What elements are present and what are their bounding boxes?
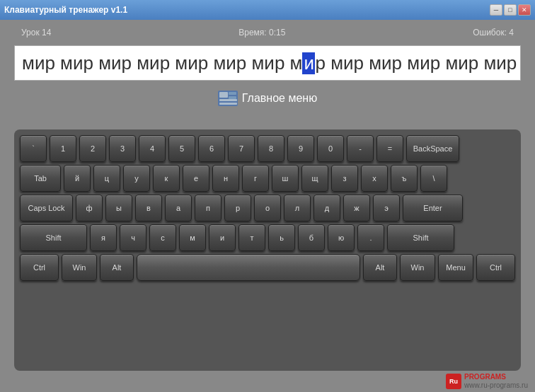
key-kh[interactable]: х xyxy=(361,165,388,192)
key-e[interactable]: э xyxy=(373,195,400,221)
key-win-left[interactable]: Win xyxy=(62,254,97,281)
main-menu-button[interactable]: Главное меню xyxy=(218,91,317,106)
key-row-2: Tab й ц у к е н г ш щ з х ъ \ xyxy=(20,165,515,192)
main-window: Урок 14 Время: 0:15 Ошибок: 4 мир мир ми… xyxy=(0,20,535,392)
key-o[interactable]: о xyxy=(254,195,281,221)
main-menu-label: Главное меню xyxy=(242,92,317,105)
minimize-button[interactable]: ─ xyxy=(490,4,502,16)
key-1[interactable]: 1 xyxy=(50,135,76,162)
key-9[interactable]: 9 xyxy=(287,135,314,162)
key-4[interactable]: 4 xyxy=(139,135,166,162)
key-6[interactable]: 6 xyxy=(198,135,225,162)
programs-text: PROGRAMS www.ru-programs.ru xyxy=(464,373,528,390)
key-row-3: Caps Lock ф ы в а п р о л д ж э Enter xyxy=(20,195,515,221)
svg-rect-2 xyxy=(229,92,236,95)
key-tab[interactable]: Tab xyxy=(20,165,61,192)
title-bar: Клавиатурный тренажер v1.1 ─ □ ✕ xyxy=(0,0,535,20)
key-u[interactable]: у xyxy=(123,165,150,192)
key-l[interactable]: л xyxy=(284,195,311,221)
key-3[interactable]: 3 xyxy=(109,135,136,162)
key-f[interactable]: ф xyxy=(76,195,103,221)
cursor-char: и xyxy=(302,52,315,74)
errors-label: Ошибок: 4 xyxy=(473,28,514,38)
programs-name: PROGRAMS xyxy=(464,373,528,381)
programs-logo: Ru xyxy=(446,374,461,389)
key-win-right[interactable]: Win xyxy=(400,254,435,281)
key-alt-left[interactable]: Alt xyxy=(100,254,134,281)
key-row-5: Ctrl Win Alt Alt Win Menu Ctrl xyxy=(20,254,515,281)
key-k[interactable]: к xyxy=(153,165,180,192)
programs-badge: Ru PROGRAMS www.ru-programs.ru xyxy=(446,373,528,390)
key-v[interactable]: в xyxy=(135,195,162,221)
key-j[interactable]: й xyxy=(64,165,91,192)
main-menu-area: Главное меню xyxy=(0,91,535,106)
key-dot[interactable]: . xyxy=(357,224,384,251)
key-space[interactable] xyxy=(137,254,360,281)
remaining-text: р мир мир мир мир мир мир мир мир xyxy=(315,52,521,74)
key-s[interactable]: с xyxy=(149,224,176,251)
key-7[interactable]: 7 xyxy=(228,135,255,162)
key-zh[interactable]: ж xyxy=(343,195,370,221)
key-shift-right[interactable]: Shift xyxy=(387,224,454,251)
key-yu[interactable]: ю xyxy=(328,224,355,251)
programs-url: www.ru-programs.ru xyxy=(464,381,528,390)
key-a[interactable]: а xyxy=(165,195,192,221)
keyboard: ` 1 2 3 4 5 6 7 8 9 0 - = BackSpace Tab … xyxy=(14,129,521,371)
window-title: Клавиатурный тренажер v1.1 xyxy=(4,5,127,15)
time-label: Время: 0:15 xyxy=(238,28,285,38)
key-enter[interactable]: Enter xyxy=(403,195,463,221)
key-ctrl-right[interactable]: Ctrl xyxy=(476,254,515,281)
text-display: мир мир мир мир мир мир мир м и р мир ми… xyxy=(14,45,521,81)
close-button[interactable]: ✕ xyxy=(518,4,531,16)
key-0[interactable]: 0 xyxy=(317,135,344,162)
svg-rect-4 xyxy=(219,99,237,101)
key-sh[interactable]: ш xyxy=(272,165,299,192)
bottom-bar: Ru PROGRAMS www.ru-programs.ru xyxy=(0,371,535,392)
key-2[interactable]: 2 xyxy=(79,135,106,162)
key-backtick[interactable]: ` xyxy=(20,135,47,162)
key-ya[interactable]: я xyxy=(90,224,117,251)
key-m[interactable]: м xyxy=(179,224,206,251)
key-soft[interactable]: ь xyxy=(268,224,295,251)
key-hard[interactable]: ъ xyxy=(391,165,418,192)
key-ts[interactable]: ц xyxy=(93,165,120,192)
key-capslock[interactable]: Caps Lock xyxy=(20,195,73,221)
key-minus[interactable]: - xyxy=(347,135,374,162)
key-z[interactable]: з xyxy=(331,165,358,192)
key-ch[interactable]: ч xyxy=(120,224,146,251)
key-t[interactable]: т xyxy=(238,224,265,251)
key-r[interactable]: р xyxy=(224,195,251,221)
key-y[interactable]: ы xyxy=(105,195,132,221)
maximize-button[interactable]: □ xyxy=(504,4,517,16)
key-equals[interactable]: = xyxy=(376,135,403,162)
key-menu[interactable]: Menu xyxy=(438,254,473,281)
key-row-1: ` 1 2 3 4 5 6 7 8 9 0 - = BackSpace xyxy=(20,135,515,162)
key-i[interactable]: и xyxy=(209,224,236,251)
key-backspace[interactable]: BackSpace xyxy=(406,135,459,162)
typed-text: мир мир мир мир мир мир мир м xyxy=(22,52,302,74)
key-ctrl-left[interactable]: Ctrl xyxy=(20,254,59,281)
window-controls: ─ □ ✕ xyxy=(490,4,531,16)
key-g[interactable]: г xyxy=(242,165,269,192)
key-n[interactable]: н xyxy=(212,165,239,192)
svg-rect-3 xyxy=(229,96,236,99)
key-p[interactable]: п xyxy=(195,195,222,221)
svg-rect-1 xyxy=(219,92,228,98)
key-backslash[interactable]: \ xyxy=(420,165,447,192)
svg-rect-5 xyxy=(219,103,237,105)
key-alt-right[interactable]: Alt xyxy=(363,254,397,281)
key-b[interactable]: б xyxy=(298,224,325,251)
info-bar: Урок 14 Время: 0:15 Ошибок: 4 xyxy=(21,25,514,40)
key-shch[interactable]: щ xyxy=(301,165,328,192)
menu-icon xyxy=(218,91,238,106)
key-d[interactable]: д xyxy=(313,195,340,221)
key-8[interactable]: 8 xyxy=(258,135,284,162)
lesson-label: Урок 14 xyxy=(21,28,51,38)
key-5[interactable]: 5 xyxy=(168,135,195,162)
key-ye[interactable]: е xyxy=(183,165,209,192)
key-shift-left[interactable]: Shift xyxy=(20,224,87,251)
key-row-4: Shift я ч с м и т ь б ю . Shift xyxy=(20,224,515,251)
